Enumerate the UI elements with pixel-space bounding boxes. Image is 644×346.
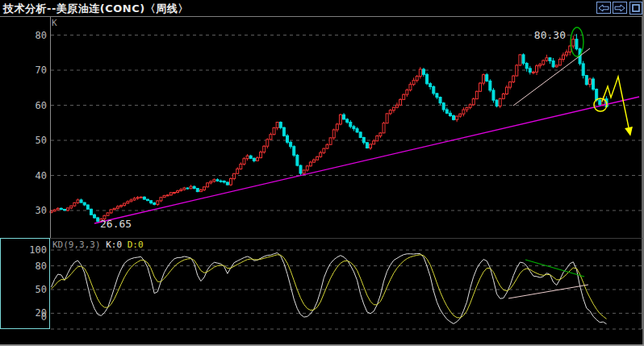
main-axis-tick: 50 [0, 135, 47, 146]
kd-axis-tick: 0 [0, 311, 47, 323]
main-axis-tick: 60 [0, 100, 47, 111]
d-line [52, 255, 607, 319]
kd-k-value: K:0 [106, 240, 122, 250]
kd-d-value: D:0 [128, 240, 144, 250]
chart-canvas[interactable]: 80.3026.65 [0, 0, 644, 346]
main-axis-tick: 70 [0, 65, 47, 76]
label-low: 26.65 [100, 218, 132, 230]
technical-analysis-window: 技术分析--美原油连(CONC)〈周线〉 80.3026.65 K 807060… [0, 0, 644, 346]
date-axis-bar: 周线 200307112004030711200503071120060307 [0, 331, 644, 344]
panel-separator [0, 238, 642, 239]
candlestick-series [50, 34, 608, 222]
kd-axis-tick: 80 [0, 261, 47, 272]
kd-axis-tick: 100 [0, 244, 47, 256]
main-chart-corner-label: K [52, 18, 57, 28]
trendline-magenta [94, 97, 639, 223]
label-high: 80.30 [534, 29, 566, 41]
kd-trendline-pink [508, 285, 588, 298]
main-axis-tick: 30 [0, 205, 47, 216]
kd-header: KD(9,3,3) K:0 D:0 [52, 240, 144, 250]
kd-axis-tick: 50 [0, 284, 47, 295]
main-axis-tick: 40 [0, 170, 47, 181]
arrow-yellow-head [625, 127, 633, 136]
main-axis-line [50, 17, 51, 238]
main-axis-tick: 80 [0, 30, 47, 41]
kd-indicator-label: KD(9,3,3) [52, 240, 101, 250]
